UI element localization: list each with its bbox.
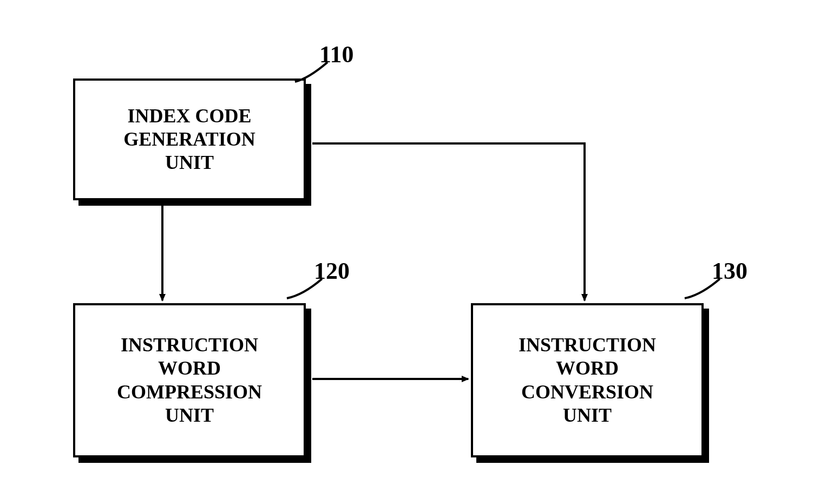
block-face: INSTRUCTION WORD COMPRESSION UNIT — [73, 303, 306, 457]
block-120-label-line1: INSTRUCTION — [117, 333, 262, 357]
ref-130: 130 — [712, 257, 747, 285]
block-130-label-line4: UNIT — [519, 404, 656, 427]
block-120: INSTRUCTION WORD COMPRESSION UNIT — [73, 303, 306, 457]
block-face: INDEX CODE GENERATION UNIT — [73, 78, 306, 200]
block-120-label-line2: WORD — [117, 357, 262, 380]
arrow-110-to-130 — [312, 143, 585, 300]
block-130-label-line3: CONVERSION — [519, 381, 656, 404]
block-110-label-line3: UNIT — [123, 151, 255, 174]
block-120-label-line4: UNIT — [117, 404, 262, 427]
block-130: INSTRUCTION WORD CONVERSION UNIT — [471, 303, 704, 457]
block-face: INSTRUCTION WORD CONVERSION UNIT — [471, 303, 704, 457]
diagram-canvas: INDEX CODE GENERATION UNIT INSTRUCTION W… — [0, 0, 833, 504]
block-120-label-line3: COMPRESSION — [117, 381, 262, 404]
ref-120: 120 — [314, 257, 350, 285]
ref-110: 110 — [319, 41, 354, 68]
block-110-label-line1: INDEX CODE — [123, 104, 255, 128]
block-110-label-line2: GENERATION — [123, 128, 255, 151]
block-130-label-line2: WORD — [519, 357, 656, 380]
block-130-label-line1: INSTRUCTION — [519, 333, 656, 357]
block-110: INDEX CODE GENERATION UNIT — [73, 78, 306, 200]
